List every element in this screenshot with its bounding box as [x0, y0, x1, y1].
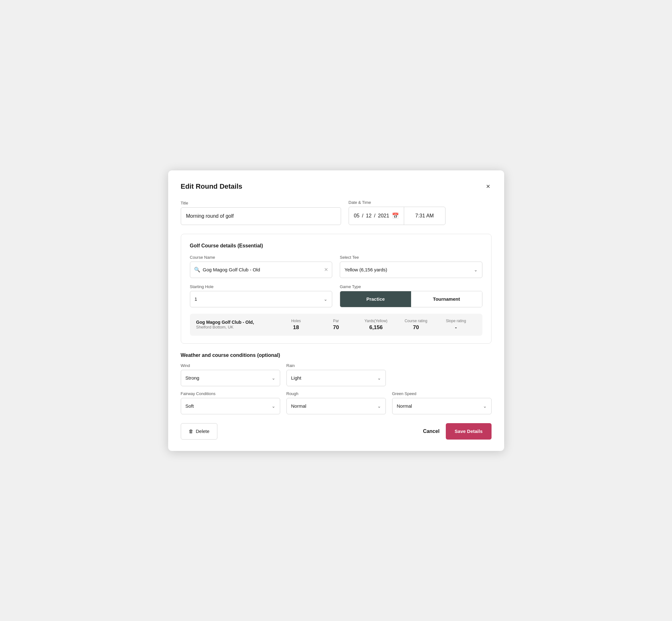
cancel-button[interactable]: Cancel: [423, 428, 439, 434]
fairway-col: Fairway Conditions Firm Normal Soft Very…: [181, 391, 280, 414]
starting-hole-wrap[interactable]: 1 10 ⌄: [190, 291, 333, 307]
date-part[interactable]: 05 / 12 / 2021 📅: [349, 207, 404, 225]
save-button[interactable]: Save Details: [446, 423, 491, 440]
fairway-rough-green-row: Fairway Conditions Firm Normal Soft Very…: [181, 391, 492, 414]
calendar-icon: 📅: [392, 212, 399, 219]
course-tee-row: Course Name 🔍 ✕ Select Tee Yellow (6,156…: [190, 255, 482, 278]
hole-gametype-row: Starting Hole 1 10 ⌄ Game Type Practice …: [190, 284, 482, 307]
footer-row: 🗑 Delete Cancel Save Details: [181, 423, 492, 440]
course-name-block: Gog Magog Golf Club - Old, Shelford Bott…: [196, 320, 276, 329]
game-type-col: Game Type Practice Tournament: [340, 284, 482, 307]
green-speed-col: Green Speed Slow Normal Fast Very Fast ⌄: [392, 391, 492, 414]
select-tee-col: Select Tee Yellow (6,156 yards) ⌄: [340, 255, 482, 278]
select-tee-wrap[interactable]: Yellow (6,156 yards) ⌄: [340, 261, 482, 278]
date-sep1: /: [362, 213, 363, 219]
golf-course-section: Golf Course details (Essential) Course N…: [181, 234, 492, 344]
wind-label: Wind: [181, 363, 280, 368]
yards-value: 6,156: [369, 324, 383, 331]
fairway-wrap[interactable]: Firm Normal Soft Very Soft ⌄: [181, 398, 280, 414]
date-sep2: /: [374, 213, 375, 219]
edit-round-modal: Edit Round Details × Title Date & Time 0…: [168, 170, 504, 451]
par-label: Par: [333, 319, 339, 323]
delete-label: Delete: [196, 428, 209, 434]
rough-select[interactable]: Short Normal Long Very Long: [291, 403, 381, 409]
date-field-group: Date & Time 05 / 12 / 2021 📅 7:31 AM: [349, 200, 446, 225]
select-tee-select[interactable]: Yellow (6,156 yards): [344, 267, 478, 272]
yards-stat: Yards(Yellow) 6,156: [356, 319, 396, 331]
starting-hole-select[interactable]: 1 10: [195, 296, 328, 302]
select-tee-label: Select Tee: [340, 255, 482, 260]
course-location: Shelford Bottom, UK: [196, 325, 276, 329]
starting-hole-col: Starting Hole 1 10 ⌄: [190, 284, 333, 307]
course-rating-value: 70: [413, 324, 419, 331]
fairway-select[interactable]: Firm Normal Soft Very Soft: [185, 403, 276, 409]
rain-select[interactable]: None Light Moderate Heavy: [291, 375, 381, 380]
slope-rating-label: Slope rating: [446, 319, 466, 323]
course-name-input[interactable]: [203, 267, 324, 272]
wind-wrap[interactable]: None Light Moderate Strong Very Strong ⌄: [181, 370, 280, 386]
course-rating-stat: Course rating 70: [396, 319, 436, 331]
title-input[interactable]: [181, 207, 341, 225]
course-info-row: Gog Magog Golf Club - Old, Shelford Bott…: [190, 314, 482, 336]
weather-title: Weather and course conditions (optional): [181, 353, 492, 358]
modal-title: Edit Round Details: [181, 182, 243, 191]
date-label: Date & Time: [349, 200, 446, 205]
practice-toggle-button[interactable]: Practice: [340, 291, 411, 307]
wind-col: Wind None Light Moderate Strong Very Str…: [181, 363, 280, 386]
par-stat: Par 70: [316, 319, 356, 331]
rain-wrap[interactable]: None Light Moderate Heavy ⌄: [287, 370, 386, 386]
green-speed-wrap[interactable]: Slow Normal Fast Very Fast ⌄: [392, 398, 492, 414]
game-type-toggle: Practice Tournament: [340, 291, 482, 307]
course-main-name: Gog Magog Golf Club - Old,: [196, 320, 276, 325]
date-year: 2021: [378, 213, 389, 219]
weather-section: Weather and course conditions (optional)…: [181, 353, 492, 414]
golf-course-title: Golf Course details (Essential): [190, 243, 482, 249]
tournament-toggle-button[interactable]: Tournament: [411, 291, 482, 307]
fairway-label: Fairway Conditions: [181, 391, 280, 396]
game-type-label: Game Type: [340, 284, 482, 289]
rough-col: Rough Short Normal Long Very Long ⌄: [287, 391, 386, 414]
title-field-group: Title: [181, 201, 341, 225]
slope-rating-value: -: [455, 324, 457, 331]
time-value: 7:31 AM: [415, 213, 434, 219]
date-time-inputs: 05 / 12 / 2021 📅 7:31 AM: [349, 207, 446, 225]
yards-label: Yards(Yellow): [365, 319, 387, 323]
footer-right: Cancel Save Details: [423, 423, 492, 440]
green-speed-label: Green Speed: [392, 391, 492, 396]
course-name-label: Course Name: [190, 255, 333, 260]
spacer-col: [392, 363, 492, 386]
holes-value: 18: [293, 324, 299, 331]
course-search-wrap[interactable]: 🔍 ✕: [190, 261, 333, 278]
date-day: 12: [366, 213, 372, 219]
rain-col: Rain None Light Moderate Heavy ⌄: [287, 363, 386, 386]
date-month: 05: [354, 213, 360, 219]
green-speed-select[interactable]: Slow Normal Fast Very Fast: [397, 403, 487, 409]
wind-select[interactable]: None Light Moderate Strong Very Strong: [185, 375, 276, 380]
holes-stat: Holes 18: [276, 319, 316, 331]
trash-icon: 🗑: [189, 428, 194, 434]
rough-label: Rough: [287, 391, 386, 396]
starting-hole-label: Starting Hole: [190, 284, 333, 289]
close-button[interactable]: ×: [485, 182, 492, 191]
rough-wrap[interactable]: Short Normal Long Very Long ⌄: [287, 398, 386, 414]
search-icon: 🔍: [194, 266, 200, 273]
rain-label: Rain: [287, 363, 386, 368]
wind-rain-row: Wind None Light Moderate Strong Very Str…: [181, 363, 492, 386]
par-value: 70: [333, 324, 339, 331]
title-label: Title: [181, 201, 341, 205]
top-row: Title Date & Time 05 / 12 / 2021 📅 7:31 …: [181, 200, 492, 225]
delete-button[interactable]: 🗑 Delete: [181, 423, 217, 440]
course-name-col: Course Name 🔍 ✕: [190, 255, 333, 278]
clear-icon[interactable]: ✕: [324, 266, 328, 273]
time-part[interactable]: 7:31 AM: [404, 207, 445, 225]
course-rating-label: Course rating: [405, 319, 427, 323]
holes-label: Holes: [291, 319, 301, 323]
slope-rating-stat: Slope rating -: [436, 319, 476, 331]
modal-header: Edit Round Details ×: [181, 182, 492, 191]
